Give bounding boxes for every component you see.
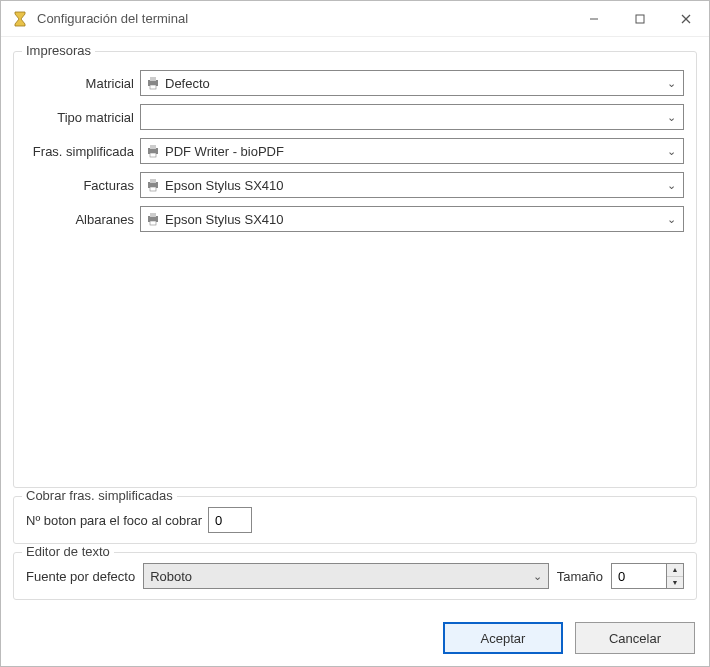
label-tipo-matricial: Tipo matricial: [26, 110, 140, 125]
font-combo[interactable]: Roboto ⌄: [143, 563, 549, 589]
size-label: Tamaño: [557, 569, 603, 584]
focus-label: Nº boton para el foco al cobrar: [26, 513, 202, 528]
window-controls: [571, 1, 709, 37]
combo-fras-simplificada[interactable]: PDF Writer - bioPDF ⌄: [140, 138, 684, 164]
row-albaranes: Albaranes Epson Stylus SX410 ⌄: [26, 206, 684, 232]
editor-legend: Editor de texto: [22, 544, 114, 559]
svg-rect-15: [150, 221, 156, 225]
close-button[interactable]: [663, 1, 709, 37]
chevron-down-icon: ⌄: [663, 111, 679, 124]
font-label: Fuente por defecto: [26, 569, 135, 584]
size-input[interactable]: [611, 563, 667, 589]
svg-rect-8: [150, 145, 156, 149]
printer-icon: [145, 75, 161, 91]
editor-row: Fuente por defecto Roboto ⌄ Tamaño ▲ ▼: [26, 563, 684, 589]
printer-icon: [145, 143, 161, 159]
label-matricial: Matricial: [26, 76, 140, 91]
combo-facturas[interactable]: Epson Stylus SX410 ⌄: [140, 172, 684, 198]
svg-rect-14: [150, 213, 156, 217]
button-bar: Aceptar Cancelar: [1, 610, 709, 666]
minimize-button[interactable]: [571, 1, 617, 37]
row-fras-simplificada: Fras. simplificada PDF Writer - bioPDF ⌄: [26, 138, 684, 164]
row-matricial: Matricial Defecto ⌄: [26, 70, 684, 96]
editor-group: Editor de texto Fuente por defecto Robot…: [13, 552, 697, 600]
svg-rect-11: [150, 179, 156, 183]
chevron-down-icon: ⌄: [663, 145, 679, 158]
spin-down-button[interactable]: ▼: [667, 577, 683, 589]
combo-tipo-matricial[interactable]: ⌄: [140, 104, 684, 130]
svg-rect-9: [150, 153, 156, 157]
combo-text: Defecto: [165, 76, 663, 91]
accept-button[interactable]: Aceptar: [443, 622, 563, 654]
printer-icon: [145, 177, 161, 193]
row-facturas: Facturas Epson Stylus SX410 ⌄: [26, 172, 684, 198]
maximize-button[interactable]: [617, 1, 663, 37]
printers-legend: Impresoras: [22, 43, 95, 58]
hourglass-icon: [11, 10, 29, 28]
cobrar-group: Cobrar fras. simplificadas Nº boton para…: [13, 496, 697, 544]
cobrar-focus-row: Nº boton para el foco al cobrar: [26, 507, 684, 533]
titlebar: Configuración del terminal: [1, 1, 709, 37]
combo-text: PDF Writer - bioPDF: [165, 144, 663, 159]
printers-group: Impresoras Matricial Defecto ⌄ Tipo matr…: [13, 51, 697, 488]
combo-matricial[interactable]: Defecto ⌄: [140, 70, 684, 96]
svg-rect-5: [150, 77, 156, 81]
cobrar-legend: Cobrar fras. simplificadas: [22, 488, 177, 503]
spin-buttons: ▲ ▼: [667, 563, 684, 589]
svg-rect-12: [150, 187, 156, 191]
chevron-down-icon: ⌄: [663, 213, 679, 226]
row-tipo-matricial: Tipo matricial ⌄: [26, 104, 684, 130]
label-fras-simplificada: Fras. simplificada: [26, 144, 140, 159]
main-window: Configuración del terminal Impresoras Ma…: [0, 0, 710, 667]
label-facturas: Facturas: [26, 178, 140, 193]
window-title: Configuración del terminal: [37, 11, 571, 26]
svg-rect-6: [150, 85, 156, 89]
svg-rect-1: [636, 15, 644, 23]
combo-text: Epson Stylus SX410: [165, 178, 663, 193]
label-albaranes: Albaranes: [26, 212, 140, 227]
spin-up-button[interactable]: ▲: [667, 564, 683, 577]
combo-albaranes[interactable]: Epson Stylus SX410 ⌄: [140, 206, 684, 232]
focus-input[interactable]: [208, 507, 252, 533]
combo-text: Epson Stylus SX410: [165, 212, 663, 227]
chevron-down-icon: ⌄: [663, 179, 679, 192]
chevron-down-icon: ⌄: [533, 570, 542, 583]
chevron-down-icon: ⌄: [663, 77, 679, 90]
printer-icon: [145, 211, 161, 227]
cancel-button[interactable]: Cancelar: [575, 622, 695, 654]
size-spinner: ▲ ▼: [611, 563, 684, 589]
font-combo-text: Roboto: [150, 569, 533, 584]
content-area: Impresoras Matricial Defecto ⌄ Tipo matr…: [1, 37, 709, 610]
